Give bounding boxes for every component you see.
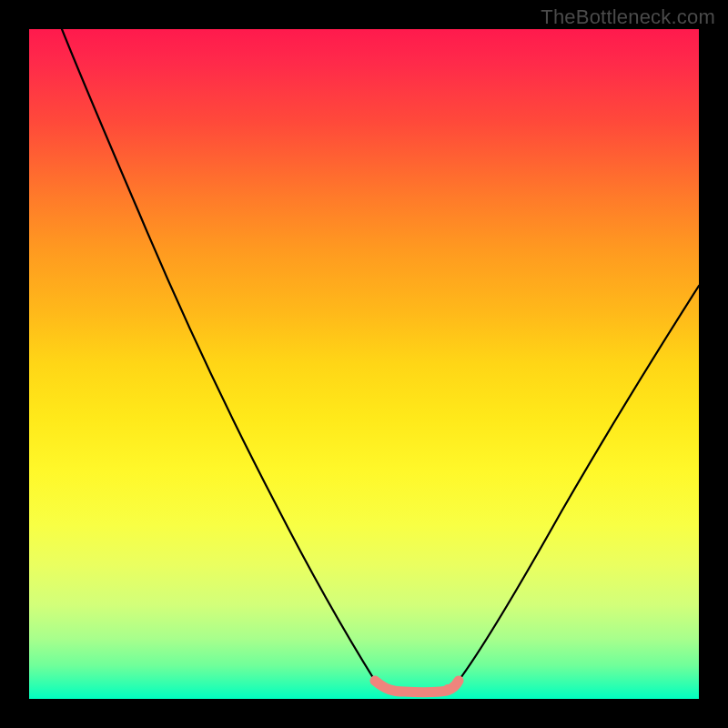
curve-left-branch: [62, 29, 375, 681]
chart-frame: TheBottleneck.com: [0, 0, 728, 728]
svg-point-4: [430, 687, 440, 696]
svg-point-6: [452, 678, 461, 687]
plot-area: [29, 29, 699, 699]
plot-svg: [29, 29, 699, 699]
watermark-text: TheBottleneck.com: [541, 5, 715, 29]
svg-point-2: [401, 687, 410, 696]
curve-right-branch: [459, 286, 699, 681]
svg-point-0: [374, 679, 383, 688]
svg-point-1: [387, 685, 396, 694]
svg-point-5: [443, 684, 452, 693]
svg-point-3: [416, 688, 425, 697]
